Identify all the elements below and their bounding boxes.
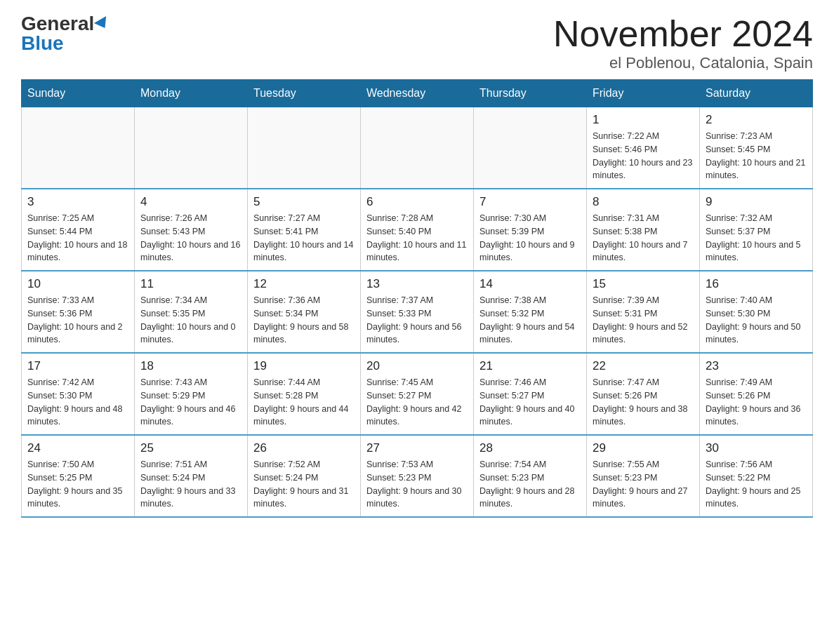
day-info: Sunrise: 7:26 AM Sunset: 5:43 PM Dayligh… <box>140 212 241 264</box>
day-info: Sunrise: 7:31 AM Sunset: 5:38 PM Dayligh… <box>593 212 694 264</box>
day-info: Sunrise: 7:28 AM Sunset: 5:40 PM Dayligh… <box>366 212 468 264</box>
day-info: Sunrise: 7:42 AM Sunset: 5:30 PM Dayligh… <box>27 376 128 429</box>
day-number: 13 <box>366 277 468 291</box>
day-number: 21 <box>479 359 581 373</box>
day-number: 25 <box>140 441 241 455</box>
calendar-cell: 12Sunrise: 7:36 AM Sunset: 5:34 PM Dayli… <box>248 271 361 353</box>
day-number: 8 <box>593 195 694 209</box>
calendar-cell: 6Sunrise: 7:28 AM Sunset: 5:40 PM Daylig… <box>361 189 474 271</box>
header-sunday: Sunday <box>22 80 135 107</box>
day-info: Sunrise: 7:55 AM Sunset: 5:23 PM Dayligh… <box>593 458 694 511</box>
calendar-week-row: 10Sunrise: 7:33 AM Sunset: 5:36 PM Dayli… <box>22 271 813 353</box>
calendar-cell: 1Sunrise: 7:22 AM Sunset: 5:46 PM Daylig… <box>587 107 700 189</box>
calendar-cell: 26Sunrise: 7:52 AM Sunset: 5:24 PM Dayli… <box>248 435 361 517</box>
day-info: Sunrise: 7:51 AM Sunset: 5:24 PM Dayligh… <box>140 458 241 511</box>
day-info: Sunrise: 7:46 AM Sunset: 5:27 PM Dayligh… <box>479 376 581 429</box>
day-number: 1 <box>593 113 694 127</box>
day-info: Sunrise: 7:22 AM Sunset: 5:46 PM Dayligh… <box>593 130 694 182</box>
day-number: 29 <box>593 441 694 455</box>
day-info: Sunrise: 7:37 AM Sunset: 5:33 PM Dayligh… <box>366 294 468 347</box>
calendar-title: November 2024 <box>553 14 813 54</box>
calendar-cell: 17Sunrise: 7:42 AM Sunset: 5:30 PM Dayli… <box>22 353 135 435</box>
day-number: 20 <box>366 359 468 373</box>
day-number: 18 <box>140 359 241 373</box>
day-number: 28 <box>479 441 581 455</box>
day-info: Sunrise: 7:25 AM Sunset: 5:44 PM Dayligh… <box>27 212 128 264</box>
calendar-cell: 18Sunrise: 7:43 AM Sunset: 5:29 PM Dayli… <box>135 353 248 435</box>
day-info: Sunrise: 7:34 AM Sunset: 5:35 PM Dayligh… <box>140 294 241 347</box>
day-number: 16 <box>706 277 807 291</box>
day-info: Sunrise: 7:32 AM Sunset: 5:37 PM Dayligh… <box>706 212 807 264</box>
calendar-header-row: SundayMondayTuesdayWednesdayThursdayFrid… <box>22 80 813 107</box>
calendar-cell: 28Sunrise: 7:54 AM Sunset: 5:23 PM Dayli… <box>474 435 587 517</box>
calendar-cell: 29Sunrise: 7:55 AM Sunset: 5:23 PM Dayli… <box>587 435 700 517</box>
day-number: 9 <box>706 195 807 209</box>
day-number: 10 <box>27 277 128 291</box>
day-number: 12 <box>253 277 355 291</box>
day-info: Sunrise: 7:50 AM Sunset: 5:25 PM Dayligh… <box>27 458 128 511</box>
day-number: 30 <box>706 441 807 455</box>
calendar-cell: 19Sunrise: 7:44 AM Sunset: 5:28 PM Dayli… <box>248 353 361 435</box>
day-info: Sunrise: 7:33 AM Sunset: 5:36 PM Dayligh… <box>27 294 128 347</box>
calendar-cell: 22Sunrise: 7:47 AM Sunset: 5:26 PM Dayli… <box>587 353 700 435</box>
header-friday: Friday <box>587 80 700 107</box>
day-info: Sunrise: 7:30 AM Sunset: 5:39 PM Dayligh… <box>479 212 581 264</box>
day-info: Sunrise: 7:52 AM Sunset: 5:24 PM Dayligh… <box>253 458 355 511</box>
calendar-cell: 4Sunrise: 7:26 AM Sunset: 5:43 PM Daylig… <box>135 189 248 271</box>
day-number: 22 <box>593 359 694 373</box>
header-tuesday: Tuesday <box>248 80 361 107</box>
day-info: Sunrise: 7:43 AM Sunset: 5:29 PM Dayligh… <box>140 376 241 429</box>
calendar-cell: 11Sunrise: 7:34 AM Sunset: 5:35 PM Dayli… <box>135 271 248 353</box>
day-info: Sunrise: 7:47 AM Sunset: 5:26 PM Dayligh… <box>593 376 694 429</box>
day-info: Sunrise: 7:39 AM Sunset: 5:31 PM Dayligh… <box>593 294 694 347</box>
day-number: 4 <box>140 195 241 209</box>
day-number: 24 <box>27 441 128 455</box>
day-number: 17 <box>27 359 128 373</box>
day-number: 3 <box>27 195 128 209</box>
calendar-cell: 10Sunrise: 7:33 AM Sunset: 5:36 PM Dayli… <box>22 271 135 353</box>
calendar-cell <box>135 107 248 189</box>
calendar-cell: 27Sunrise: 7:53 AM Sunset: 5:23 PM Dayli… <box>361 435 474 517</box>
day-number: 23 <box>706 359 807 373</box>
day-number: 19 <box>253 359 355 373</box>
calendar-cell: 5Sunrise: 7:27 AM Sunset: 5:41 PM Daylig… <box>248 189 361 271</box>
day-info: Sunrise: 7:23 AM Sunset: 5:45 PM Dayligh… <box>706 130 807 182</box>
calendar-cell: 25Sunrise: 7:51 AM Sunset: 5:24 PM Dayli… <box>135 435 248 517</box>
calendar-cell: 2Sunrise: 7:23 AM Sunset: 5:45 PM Daylig… <box>700 107 813 189</box>
logo-general-text: General <box>21 14 94 34</box>
calendar-week-row: 24Sunrise: 7:50 AM Sunset: 5:25 PM Dayli… <box>22 435 813 517</box>
calendar-cell: 15Sunrise: 7:39 AM Sunset: 5:31 PM Dayli… <box>587 271 700 353</box>
day-info: Sunrise: 7:27 AM Sunset: 5:41 PM Dayligh… <box>253 212 355 264</box>
calendar-cell <box>22 107 135 189</box>
calendar-cell: 3Sunrise: 7:25 AM Sunset: 5:44 PM Daylig… <box>22 189 135 271</box>
calendar-week-row: 3Sunrise: 7:25 AM Sunset: 5:44 PM Daylig… <box>22 189 813 271</box>
day-info: Sunrise: 7:38 AM Sunset: 5:32 PM Dayligh… <box>479 294 581 347</box>
calendar-cell: 13Sunrise: 7:37 AM Sunset: 5:33 PM Dayli… <box>361 271 474 353</box>
calendar-cell: 9Sunrise: 7:32 AM Sunset: 5:37 PM Daylig… <box>700 189 813 271</box>
day-info: Sunrise: 7:45 AM Sunset: 5:27 PM Dayligh… <box>366 376 468 429</box>
day-number: 15 <box>593 277 694 291</box>
logo-triangle-icon <box>94 16 111 32</box>
day-number: 14 <box>479 277 581 291</box>
day-number: 27 <box>366 441 468 455</box>
header-saturday: Saturday <box>700 80 813 107</box>
day-info: Sunrise: 7:44 AM Sunset: 5:28 PM Dayligh… <box>253 376 355 429</box>
calendar-cell: 23Sunrise: 7:49 AM Sunset: 5:26 PM Dayli… <box>700 353 813 435</box>
day-number: 6 <box>366 195 468 209</box>
calendar-subtitle: el Poblenou, Catalonia, Spain <box>553 54 813 72</box>
day-number: 5 <box>253 195 355 209</box>
day-number: 26 <box>253 441 355 455</box>
calendar-table: SundayMondayTuesdayWednesdayThursdayFrid… <box>21 79 813 518</box>
calendar-week-row: 1Sunrise: 7:22 AM Sunset: 5:46 PM Daylig… <box>22 107 813 189</box>
day-info: Sunrise: 7:49 AM Sunset: 5:26 PM Dayligh… <box>706 376 807 429</box>
day-info: Sunrise: 7:40 AM Sunset: 5:30 PM Dayligh… <box>706 294 807 347</box>
calendar-week-row: 17Sunrise: 7:42 AM Sunset: 5:30 PM Dayli… <box>22 353 813 435</box>
calendar-cell: 20Sunrise: 7:45 AM Sunset: 5:27 PM Dayli… <box>361 353 474 435</box>
day-number: 7 <box>479 195 581 209</box>
day-info: Sunrise: 7:36 AM Sunset: 5:34 PM Dayligh… <box>253 294 355 347</box>
day-info: Sunrise: 7:53 AM Sunset: 5:23 PM Dayligh… <box>366 458 468 511</box>
calendar-cell <box>361 107 474 189</box>
calendar-cell <box>248 107 361 189</box>
header-thursday: Thursday <box>474 80 587 107</box>
day-info: Sunrise: 7:54 AM Sunset: 5:23 PM Dayligh… <box>479 458 581 511</box>
